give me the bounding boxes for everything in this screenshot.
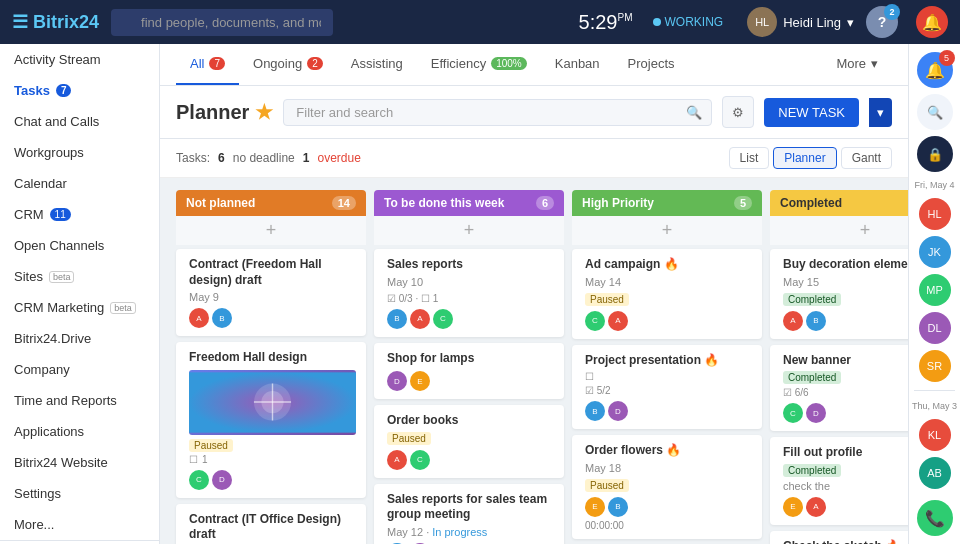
notifications-button[interactable]: 🔔	[916, 6, 948, 38]
help-badge: 2	[884, 4, 900, 20]
sidebar: Activity Stream Tasks 7 Chat and Calls W…	[0, 44, 160, 544]
right-panel-avatar-2[interactable]: JK	[919, 236, 951, 268]
right-panel-avatar-5[interactable]: SR	[919, 350, 951, 382]
crm-badge: 11	[50, 208, 71, 221]
right-panel-avatar-6[interactable]: KL	[919, 419, 951, 451]
gantt-view-button[interactable]: Gantt	[841, 147, 892, 169]
date-thu: Thu, May 3	[910, 399, 959, 413]
card-contract-freedom[interactable]: Contract (Freedom Hall design) draft May…	[176, 249, 366, 336]
card-shop-for-lamps-todo[interactable]: Shop for lamps D E	[374, 343, 564, 400]
tab-kanban[interactable]: Kanban	[541, 44, 614, 85]
add-card-todo[interactable]: +	[374, 216, 564, 245]
add-card-high-priority[interactable]: +	[572, 216, 762, 245]
column-completed: Completed 7 + Buy decoration elements Ma…	[770, 190, 908, 544]
phone-icon: 📞	[925, 509, 945, 528]
topbar: ☰ Bitrix24 🔍 5:29PM WORKING HL Heidi Lin…	[0, 0, 960, 44]
cards-todo: Sales reports May 10 ☑ 0/3 · ☐ 1 B A C S…	[374, 249, 564, 544]
card-order-books[interactable]: Order books Paused A C	[374, 405, 564, 478]
avatar: D	[806, 403, 826, 423]
right-panel-avatar-4[interactable]: DL	[919, 312, 951, 344]
sidebar-item-crm-marketing[interactable]: CRM Marketing beta	[0, 292, 159, 323]
planner-view-button[interactable]: Planner	[773, 147, 836, 169]
cards-completed: Buy decoration elements May 15 Completed…	[770, 249, 908, 544]
column-high-priority: High Priority 5 + Ad campaign 🔥 May 14 P…	[572, 190, 762, 544]
search-input[interactable]	[111, 9, 333, 36]
main-content: All 7 Ongoing 2 Assisting Efficiency 100…	[160, 44, 908, 544]
timer-display: 00:00:00	[585, 520, 752, 531]
lock-panel-button[interactable]: 🔒	[917, 136, 953, 172]
sidebar-item-crm[interactable]: CRM 11	[0, 199, 159, 230]
filter-search-icon: 🔍	[686, 105, 702, 120]
kanban-board: Not planned 14 + Contract (Freedom Hall …	[160, 178, 908, 544]
main-layout: Activity Stream Tasks 7 Chat and Calls W…	[0, 44, 960, 544]
list-view-button[interactable]: List	[729, 147, 770, 169]
sidebar-item-activity[interactable]: Activity Stream	[0, 44, 159, 75]
working-dot	[653, 18, 661, 26]
avatar: B	[387, 309, 407, 329]
add-card-not-planned[interactable]: +	[176, 216, 366, 245]
card-order-flowers[interactable]: Order flowers 🔥 May 18 Paused E B 00:00:…	[572, 435, 762, 539]
card-contract-it[interactable]: Contract (IT Office Design) draft May 17…	[176, 504, 366, 544]
right-panel-avatar-3[interactable]: MP	[919, 274, 951, 306]
tab-efficiency[interactable]: Efficiency 100%	[417, 44, 541, 85]
tab-assisting[interactable]: Assisting	[337, 44, 417, 85]
notif-badge: 5	[939, 50, 955, 66]
column-header-high-priority: High Priority 5	[572, 190, 762, 216]
notifications-panel-button[interactable]: 🔔 5	[917, 52, 953, 88]
search-icon: 🔍	[927, 105, 943, 120]
column-header-completed: Completed 7	[770, 190, 908, 216]
add-card-completed[interactable]: +	[770, 216, 908, 245]
sidebar-item-calendar[interactable]: Calendar	[0, 168, 159, 199]
avatar: D	[387, 371, 407, 391]
checkbox-icon: ☐	[189, 454, 198, 465]
phone-button[interactable]: 📞	[917, 500, 953, 536]
card-sales-reports-team[interactable]: Sales reports for sales team group meeti…	[374, 484, 564, 544]
help-button[interactable]: ? 2	[866, 6, 898, 38]
sidebar-item-company[interactable]: Company	[0, 354, 159, 385]
sidebar-item-website[interactable]: Bitrix24 Website	[0, 447, 159, 478]
avatar: C	[433, 309, 453, 329]
new-task-button[interactable]: NEW TASK	[764, 98, 859, 127]
card-check-sketch[interactable]: Check the sketch 🔥 Completed ☑ 4/4 B C	[770, 531, 908, 544]
sidebar-item-open-channels[interactable]: Open Channels	[0, 230, 159, 261]
card-ad-campaign[interactable]: Ad campaign 🔥 May 14 Paused C A	[572, 249, 762, 339]
sidebar-footer: ⚙ CONFIGURE MENU + INVITE USERS	[0, 540, 159, 544]
avatar: C	[189, 470, 209, 490]
search-panel-button[interactable]: 🔍	[917, 94, 953, 130]
working-status: WORKING	[653, 15, 724, 29]
sidebar-item-workgroups[interactable]: Workgroups	[0, 137, 159, 168]
card-project-presentation[interactable]: Project presentation 🔥 ☐ ☑ 5/2 B D	[572, 345, 762, 430]
card-subtext: check the	[783, 480, 908, 492]
star-icon[interactable]: ★	[255, 100, 273, 124]
sites-beta-badge: beta	[49, 271, 75, 283]
filter-input[interactable]	[283, 99, 712, 126]
sidebar-item-sites[interactable]: Sites beta	[0, 261, 159, 292]
card-freedom-hall-design[interactable]: Freedom Hall design Paused ☐ 1 C	[176, 342, 366, 498]
tab-ongoing[interactable]: Ongoing 2	[239, 44, 337, 85]
tab-projects[interactable]: Projects	[614, 44, 689, 85]
right-panel-avatar-1[interactable]: HL	[919, 198, 951, 230]
column-todo: To be done this week 6 + Sales reports M…	[374, 190, 564, 544]
tab-all[interactable]: All 7	[176, 44, 239, 85]
card-new-banner[interactable]: New banner Completed ☑ 6/6 C D	[770, 345, 908, 432]
panel-divider	[914, 390, 955, 391]
sidebar-item-drive[interactable]: Bitrix24.Drive	[0, 323, 159, 354]
card-buy-decoration[interactable]: Buy decoration elements May 15 Completed…	[770, 249, 908, 339]
sidebar-item-chat[interactable]: Chat and Calls	[0, 106, 159, 137]
sidebar-item-applications[interactable]: Applications	[0, 416, 159, 447]
avatar: E	[783, 497, 803, 517]
avatar: B	[585, 401, 605, 421]
user-menu[interactable]: HL Heidi Ling ▾	[747, 7, 854, 37]
sidebar-item-more[interactable]: More...	[0, 509, 159, 540]
sidebar-item-tasks[interactable]: Tasks 7	[0, 75, 159, 106]
card-sales-reports[interactable]: Sales reports May 10 ☑ 0/3 · ☐ 1 B A C	[374, 249, 564, 337]
new-task-dropdown-button[interactable]: ▾	[869, 98, 892, 127]
planner-settings-button[interactable]: ⚙	[722, 96, 754, 128]
sidebar-item-reports[interactable]: Time and Reports	[0, 385, 159, 416]
avatar: B	[212, 308, 232, 328]
lock-icon: 🔒	[927, 147, 943, 162]
right-panel-avatar-7[interactable]: AB	[919, 457, 951, 489]
card-fill-out-profile[interactable]: Fill out profile Completed check the E A	[770, 437, 908, 525]
sidebar-item-settings[interactable]: Settings	[0, 478, 159, 509]
tab-more[interactable]: More ▾	[822, 44, 892, 85]
